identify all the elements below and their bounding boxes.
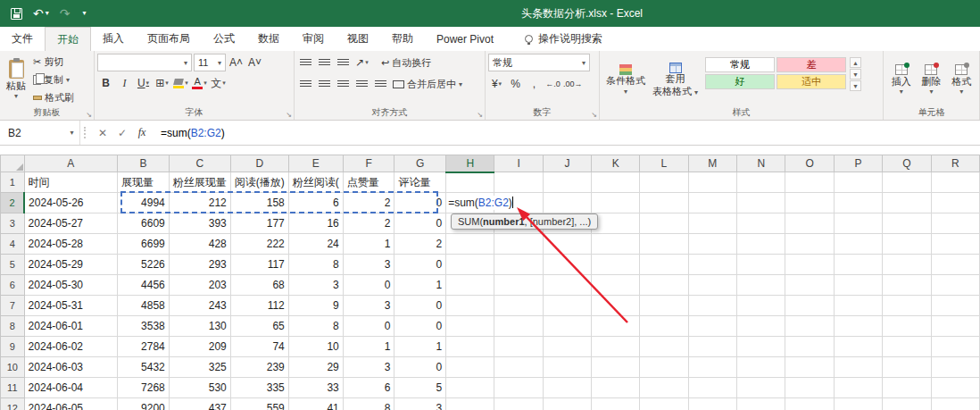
cell-E12[interactable]: 41 [288,398,343,410]
cell-D8[interactable]: 65 [230,316,288,337]
col-header-C[interactable]: C [169,155,230,172]
cell-C10[interactable]: 325 [169,357,230,378]
cell-M6[interactable] [688,275,736,296]
tab-视图[interactable]: 视图 [336,27,380,51]
cell-B8[interactable]: 3538 [118,316,170,337]
cancel-button[interactable]: ✕ [93,121,112,145]
cell-G1[interactable]: 评论量 [394,172,446,193]
cell-L9[interactable] [640,337,688,357]
cell-O7[interactable] [785,296,834,316]
cell-K5[interactable] [592,255,640,275]
cell-N2[interactable] [737,193,785,213]
tab-数据[interactable]: 数据 [246,27,291,51]
cell-I5[interactable] [494,255,543,275]
cell-A3[interactable]: 2024-05-27 [24,213,118,234]
cell-G9[interactable]: 1 [394,337,446,357]
col-header-P[interactable]: P [834,155,882,172]
cell-P10[interactable] [834,357,882,378]
cell-E4[interactable]: 24 [288,234,343,255]
cell-E11[interactable]: 33 [288,378,343,398]
cell-M9[interactable] [688,337,736,357]
cell-N7[interactable] [737,296,785,316]
tab-帮助[interactable]: 帮助 [380,27,425,51]
wrap-text-button[interactable]: ↩自动换行 [379,54,433,71]
cell-O6[interactable] [785,275,834,296]
cell-P8[interactable] [834,316,882,337]
cell-I6[interactable] [494,275,543,296]
cell-C3[interactable]: 393 [169,213,230,234]
cell-G2[interactable]: 0 [394,193,446,213]
cell-H2[interactable]: =sum(B2:G2) [446,193,494,213]
row-header-3[interactable]: 3 [1,213,25,234]
col-header-D[interactable]: D [230,155,288,172]
cell-E2[interactable]: 6 [288,193,343,213]
cell-F3[interactable]: 2 [343,213,394,234]
cell-L10[interactable] [640,357,688,378]
cell-F2[interactable]: 2 [343,193,394,213]
enter-button[interactable]: ✓ [112,121,132,145]
cell-L5[interactable] [640,255,688,275]
cell-N5[interactable] [737,255,785,275]
cell-J10[interactable] [543,357,591,378]
cell-M2[interactable] [688,193,736,213]
cell-O12[interactable] [785,398,834,410]
cell-K8[interactable] [592,316,640,337]
cell-H11[interactable] [446,378,494,398]
cell-K6[interactable] [592,275,640,296]
cell-J7[interactable] [543,296,591,316]
cell-J1[interactable] [543,172,591,193]
cell-F12[interactable]: 8 [343,398,394,410]
cell-P1[interactable] [834,172,882,193]
cell-B3[interactable]: 6609 [118,213,170,234]
percent-style-button[interactable]: % [507,75,524,93]
gallery-up-button[interactable]: ▲ [850,57,861,68]
cell-E5[interactable]: 8 [288,255,343,275]
cell-P12[interactable] [834,398,882,410]
cell-N4[interactable] [737,234,785,255]
increase-decimal-button[interactable]: ←.0 [544,75,561,93]
cell-R9[interactable] [931,337,980,357]
italic-button[interactable]: I [116,74,133,92]
cell-Q2[interactable] [883,193,931,213]
cell-N1[interactable] [737,172,785,193]
cell-D2[interactable]: 158 [230,193,288,213]
align-right-button[interactable] [335,75,352,93]
row-header-12[interactable]: 12 [1,398,25,410]
cell-L6[interactable] [640,275,688,296]
cell-B5[interactable]: 5226 [118,255,170,275]
cell-L4[interactable] [640,234,688,255]
col-header-Q[interactable]: Q [883,155,931,172]
cell-Q7[interactable] [883,296,931,316]
cell-B9[interactable]: 2784 [118,337,170,357]
cell-I1[interactable] [494,172,543,193]
insert-cells-button[interactable]: 插入 ▾ [888,54,915,107]
row-header-9[interactable]: 9 [1,337,25,357]
cell-C11[interactable]: 530 [169,378,230,398]
cell-B11[interactable]: 7268 [118,378,170,398]
insert-function-button[interactable]: fx [132,121,152,145]
cell-Q10[interactable] [883,357,931,378]
cell-J5[interactable] [543,255,591,275]
cell-A8[interactable]: 2024-06-01 [24,316,118,337]
font-color-button[interactable]: A▾ [191,74,208,92]
cell-D10[interactable]: 239 [230,357,288,378]
col-header-E[interactable]: E [288,155,343,172]
align-middle-button[interactable] [316,54,333,71]
font-name-combo[interactable]: ▾ [97,54,192,71]
tab-开始[interactable]: 开始 [45,27,91,51]
cell-J6[interactable] [543,275,591,296]
conditional-formatting-button[interactable]: 条件格式 ▾ [602,54,649,107]
cell-D3[interactable]: 177 [230,213,288,234]
alignment-dialog-launcher[interactable]: ↘ [477,112,483,119]
number-dialog-launcher[interactable]: ↘ [591,112,597,119]
cell-R7[interactable] [931,296,980,316]
col-header-H[interactable]: H [446,155,494,172]
tell-me-search[interactable]: 操作说明搜索 [525,27,602,51]
style-chip-normal[interactable]: 常规 [705,57,775,72]
cell-D4[interactable]: 222 [230,234,288,255]
cell-D7[interactable]: 112 [230,296,288,316]
cell-C9[interactable]: 209 [169,337,230,357]
cell-B1[interactable]: 展现量 [118,172,170,193]
cell-F5[interactable]: 3 [343,255,394,275]
pinyin-guide-button[interactable]: 文▾ [210,74,227,92]
